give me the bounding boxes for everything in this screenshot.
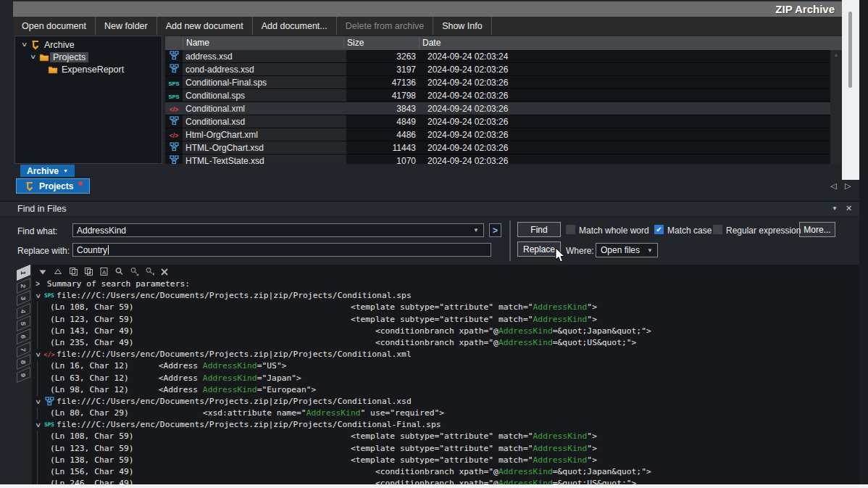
result-match-line[interactable]: (Ln 108, Char 59) <template subtype="att…: [32, 431, 859, 442]
file-row-conditional-final-sps[interactable]: SPSConditional-Final.sps471362024-09-24 …: [165, 76, 842, 89]
toolbar-add-new-document[interactable]: Add new document: [157, 17, 253, 35]
combo-dropdown-icon[interactable]: ▼: [473, 227, 479, 233]
replace-with-label: Replace with:: [17, 246, 70, 256]
tab-scroll-left-icon[interactable]: ◁: [830, 181, 836, 191]
scroll-up-icon[interactable]: ▲: [833, 51, 839, 58]
result-file-line[interactable]: >SPSfile:///C:/Users/enc/Documents/Proje…: [32, 290, 859, 302]
checkbox-match-whole-word[interactable]: [566, 225, 575, 234]
result-match-line[interactable]: (Ln 138, Char 59) <template subtype="att…: [32, 455, 859, 466]
column-header-name[interactable]: Name: [183, 38, 343, 49]
toolbar-open-document[interactable]: Open document: [13, 17, 96, 35]
toolbar-add-document[interactable]: Add document...: [253, 17, 337, 35]
file-date-cell: 2024-09-24 02:03:26: [422, 143, 842, 153]
where-dropdown[interactable]: Open files ▼: [596, 243, 658, 257]
scrollbar-thumb[interactable]: [848, 12, 852, 88]
xsd-file-icon: [170, 64, 179, 75]
result-match-line[interactable]: (Ln 108, Char 59) <template subtype="att…: [32, 302, 859, 313]
result-match-line[interactable]: (Ln 16, Char 12) <Address AddressKind="U…: [32, 360, 859, 372]
expanded-chevron-icon[interactable]: >: [32, 421, 43, 429]
tree-expand-icon[interactable]: >: [20, 40, 28, 49]
svg-text:A: A: [102, 269, 107, 276]
xml-file-icon: </>: [170, 130, 178, 140]
xml-file-icon: </>: [42, 349, 57, 360]
file-row-conditional-xml[interactable]: </>Conditional.xml38432024-09-24 02:03:2…: [165, 102, 842, 115]
tab-projects-label: Projects: [39, 181, 73, 191]
file-row-html-orgchart-xsd[interactable]: HTML-OrgChart.xsd114432024-09-24 02:03:2…: [165, 141, 842, 154]
result-match-line[interactable]: (Ln 80, Char 29) <xsd:attribute name="Ad…: [32, 408, 859, 419]
find-button[interactable]: Find: [517, 222, 561, 237]
file-row-conditional-xsd[interactable]: Conditional.xsd48492024-09-24 02:03:26: [165, 115, 842, 128]
find-results-pane: 123456789 A > Summary of search paramete…: [0, 265, 859, 484]
expand-all-icon[interactable]: [53, 267, 63, 277]
find-icon[interactable]: [114, 267, 124, 277]
tree-item-projects[interactable]: >Projects: [15, 51, 162, 63]
file-size-cell: 4849: [346, 117, 422, 127]
panel-close-icon[interactable]: ✕: [846, 204, 852, 213]
replace-button[interactable]: Replace: [517, 241, 561, 257]
panel-collapse-icon[interactable]: ▼: [832, 205, 838, 212]
result-match-line[interactable]: (Ln 98, Char 12) <Address AddressKind="E…: [32, 384, 859, 396]
toolbar-new-folder[interactable]: New folder: [96, 17, 157, 35]
file-name-cell: Conditional.sps: [183, 89, 346, 102]
checkbox-regular-expression[interactable]: [713, 225, 722, 234]
file-list-scrollbar[interactable]: ▲: [830, 50, 842, 164]
result-match-line[interactable]: (Ln 143, Char 49) <conditionbranch xpath…: [32, 326, 859, 337]
result-file-line[interactable]: >SPSfile:///C:/Users/enc/Documents/Proje…: [32, 419, 859, 431]
expanded-chevron-icon[interactable]: >: [32, 350, 43, 359]
column-header-date[interactable]: Date: [419, 38, 842, 49]
copy-line-with-children-icon[interactable]: [83, 267, 93, 277]
file-date-cell: 2024-09-24 02:03:26: [422, 130, 842, 140]
result-match-line[interactable]: (Ln 235, Char 49) <conditionbranch xpath…: [32, 337, 859, 349]
checkbox-match-case[interactable]: ✔: [654, 225, 664, 234]
xsd-file-icon: [170, 155, 179, 165]
find-what-input[interactable]: AddressKind ▼: [72, 223, 484, 237]
match-highlight: AddressKind: [203, 373, 257, 383]
result-match-line[interactable]: (Ln 123, Char 59) <template subtype="att…: [32, 314, 859, 326]
file-row-conditional-sps[interactable]: SPSConditional.sps417982024-09-24 02:03:…: [165, 89, 842, 102]
sps-file-icon: SPS: [42, 419, 57, 431]
file-row-address-xsd[interactable]: address.xsd32632024-09-24 02:03:24: [165, 50, 842, 63]
find-next-icon[interactable]: [129, 267, 139, 277]
expanded-chevron-icon[interactable]: >: [32, 397, 43, 406]
result-summary-line[interactable]: > Summary of search parameters:: [32, 278, 859, 290]
more-options-button[interactable]: More...: [799, 222, 835, 237]
collapse-all-icon[interactable]: [38, 267, 48, 277]
archive-file-list: NameSizeDate address.xsd32632024-09-24 0…: [165, 36, 842, 164]
replace-with-input[interactable]: Country: [72, 243, 491, 257]
file-name-cell: Conditional.xsd: [183, 115, 346, 128]
tab-projects[interactable]: Projects: [16, 178, 90, 194]
file-row-cond-address-xsd[interactable]: cond-address.xsd31972024-09-24 02:03:26: [165, 63, 842, 76]
tree-item-archive[interactable]: >Archive: [15, 38, 162, 51]
match-highlight: AddressKind: [533, 302, 588, 312]
find-expression-builder-button[interactable]: >: [489, 223, 501, 237]
window-vertical-scrollbar[interactable]: [842, 0, 859, 180]
result-file-line[interactable]: ></>file:///C:/Users/enc/Documents/Proje…: [32, 349, 859, 360]
find-in-files-header[interactable]: Find in Files: [0, 201, 859, 215]
sps-file-icon: SPS: [42, 290, 57, 302]
file-row-html-orgchart-xml[interactable]: </>Html-OrgChart.xml44862024-09-24 02:03…: [165, 128, 842, 141]
copy-all-messages-icon[interactable]: A: [99, 267, 109, 277]
tree-expand-icon[interactable]: >: [29, 52, 37, 62]
tab-scroll-right-icon[interactable]: ▷: [845, 181, 851, 191]
zip-window-titlebar: ZIP Archive: [13, 1, 842, 17]
result-match-line[interactable]: (Ln 246, Char 49) <conditionbranch xpath…: [32, 478, 859, 484]
tree-item-label: Projects: [50, 52, 88, 62]
clear-icon[interactable]: [159, 267, 170, 277]
expanded-chevron-icon[interactable]: >: [32, 291, 43, 300]
match-code: (Ln 123, Char 59) <template subtype="att…: [50, 315, 597, 324]
tree-item-expensereport[interactable]: ExpenseReport: [15, 63, 162, 75]
result-match-line[interactable]: (Ln 123, Char 59) <template subtype="att…: [32, 443, 859, 455]
results-tab-9[interactable]: 9: [17, 367, 30, 383]
result-match-line[interactable]: (Ln 156, Char 49) <conditionbranch xpath…: [32, 466, 859, 478]
column-header-size[interactable]: Size: [343, 38, 419, 49]
result-match-line[interactable]: (Ln 63, Char 12) <Address AddressKind="J…: [32, 373, 859, 384]
file-row-html-textstate-xsd[interactable]: HTML-TextState.xsd10702024-09-24 02:03:2…: [165, 154, 842, 164]
tab-archive[interactable]: Archive ▼: [20, 165, 75, 177]
toolbar-show-info[interactable]: Show Info: [433, 17, 492, 35]
copy-selected-line-icon[interactable]: [68, 267, 78, 277]
collapsed-chevron-icon[interactable]: >: [33, 278, 42, 290]
find-previous-icon[interactable]: [144, 267, 154, 277]
result-file-line[interactable]: >file:///C:/Users/enc/Documents/Projects…: [32, 396, 859, 408]
file-size-cell: 3263: [346, 51, 422, 62]
checkbox-label-match-case: Match case: [667, 226, 711, 236]
